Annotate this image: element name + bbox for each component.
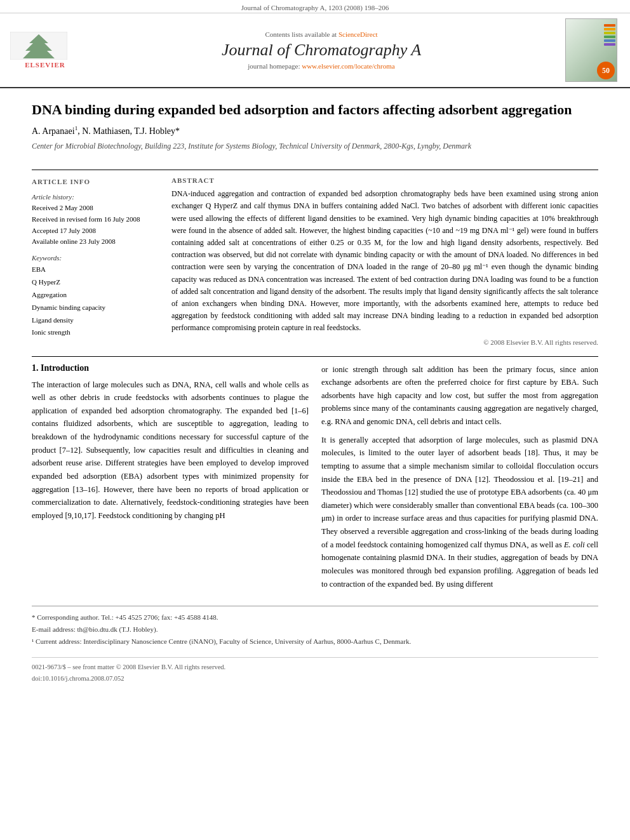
keyword-aggregation: Aggregation	[32, 289, 159, 302]
history-label: Article history:	[32, 192, 159, 203]
keyword-ligand: Ligand density	[32, 314, 159, 327]
journal-header: ELSEVIER Contents lists available at Sci…	[0, 13, 630, 88]
cover-badge: 50	[597, 62, 615, 79]
copyright-notice: © 2008 Elsevier B.V. All rights reserved…	[171, 338, 598, 346]
elsevier-logo-area: ELSEVIER	[10, 18, 80, 82]
intro-paragraph-3: It is generally accepted that adsorption…	[321, 434, 598, 591]
introduction-section: 1. Introduction The interaction of large…	[32, 363, 598, 596]
article-title-section: DNA binding during expanded bed adsorpti…	[32, 101, 598, 163]
section-title: 1. Introduction	[32, 363, 309, 373]
cover-color-lines	[604, 24, 615, 46]
journal-cover-image: 50	[565, 18, 617, 82]
sciencedirect-link[interactable]: ScienceDirect	[338, 30, 378, 38]
journal-top-bar: Journal of Chromatography A, 1203 (2008)…	[0, 0, 630, 13]
intro-right-column: or ionic strength through salt addition …	[321, 363, 598, 596]
keyword-eba: EBA	[32, 263, 159, 276]
intro-left-column: 1. Introduction The interaction of large…	[32, 363, 309, 596]
footer-bar: 0021-9673/$ – see front matter © 2008 El…	[32, 657, 598, 684]
article-info-header: ARTICLE INFO	[32, 177, 159, 188]
history-block: Article history: Received 2 May 2008 Rec…	[32, 192, 159, 248]
abstract-text: DNA-induced aggregation and contraction …	[171, 188, 598, 334]
corresponding-author-note: * Corresponding author. Tel.: +45 4525 2…	[32, 611, 598, 623]
elsevier-brand-label: ELSEVIER	[10, 61, 80, 69]
revised-date: Received in revised form 16 July 2008	[32, 214, 159, 225]
issn-line: 0021-9673/$ – see front matter © 2008 El…	[32, 662, 225, 673]
authors-text: A. Arpanaei1, N. Mathiasen, T.J. Hobley*	[32, 126, 180, 136]
article-info-column: ARTICLE INFO Article history: Received 2…	[32, 177, 159, 345]
footer-left: 0021-9673/$ – see front matter © 2008 El…	[32, 662, 225, 684]
keywords-block: Keywords: EBA Q HyperZ Aggregation Dynam…	[32, 253, 159, 339]
keywords-list: EBA Q HyperZ Aggregation Dynamic binding…	[32, 263, 159, 339]
accepted-date: Accepted 17 July 2008	[32, 225, 159, 237]
online-date: Available online 23 July 2008	[32, 236, 159, 248]
footnote-section: * Corresponding author. Tel.: +45 4525 2…	[32, 606, 598, 647]
elsevier-tree-icon	[10, 32, 67, 60]
homepage-prefix: journal homepage:	[248, 62, 302, 70]
homepage-url[interactable]: www.elsevier.com/locate/chroma	[302, 62, 395, 70]
keywords-label: Keywords:	[32, 253, 159, 264]
journal-cover-area: 50	[563, 18, 620, 82]
email-note: E-mail address: th@bio.dtu.dk (T.J. Hobl…	[32, 623, 598, 636]
journal-homepage: journal homepage: www.elsevier.com/locat…	[248, 62, 394, 70]
keyword-ionic: Ionic strength	[32, 326, 159, 339]
sciencedirect-prefix: Contents lists available at	[265, 30, 338, 38]
article-title: DNA binding during expanded bed adsorpti…	[32, 101, 598, 119]
received-date: Received 2 May 2008	[32, 203, 159, 214]
article-divider	[32, 170, 598, 170]
current-address-note: ¹ Current address: Interdisciplinary Nan…	[32, 636, 598, 648]
article-affiliation: Center for Microbial Biotechnology, Buil…	[32, 140, 598, 152]
journal-citation: Journal of Chromatography A, 1203 (2008)…	[241, 4, 389, 11]
keyword-dbc: Dynamic binding capacity	[32, 302, 159, 314]
journal-title: Journal of Chromatography A	[222, 41, 421, 60]
article-body: DNA binding during expanded bed adsorpti…	[0, 88, 630, 697]
doi-line: doi:10.1016/j.chroma.2008.07.052	[32, 673, 225, 684]
article-info-abstract: ARTICLE INFO Article history: Received 2…	[32, 177, 598, 345]
sciencedirect-line: Contents lists available at ScienceDirec…	[265, 30, 377, 38]
section-number: 1.	[32, 363, 39, 373]
intro-paragraph-1: The interaction of large molecules such …	[32, 378, 309, 523]
article-section-divider	[32, 356, 598, 357]
section-title-text: Introduction	[41, 363, 89, 373]
journal-title-area: Contents lists available at ScienceDirec…	[90, 18, 553, 82]
article-authors: A. Arpanaei1, N. Mathiasen, T.J. Hobley*	[32, 126, 598, 137]
keyword-qhyperz: Q HyperZ	[32, 276, 159, 289]
intro-paragraph-2: or ionic strength through salt addition …	[321, 363, 598, 429]
abstract-header: ABSTRACT	[171, 177, 598, 184]
abstract-column: ABSTRACT DNA-induced aggregation and con…	[171, 177, 598, 345]
